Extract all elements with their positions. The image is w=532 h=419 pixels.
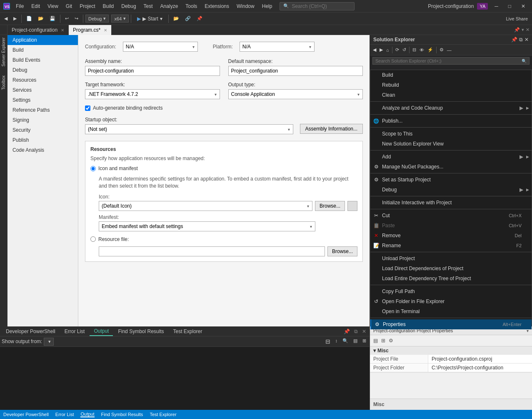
se-close-icon[interactable]: ✕ [525,37,529,43]
menu-build[interactable]: Build [100,2,117,11]
ctx-publish[interactable]: 🌐 Publish... [370,116,532,126]
ctx-analyze[interactable]: Analyze and Code Cleanup ▶ [370,103,532,113]
tab-close-program[interactable]: ✕ [104,28,107,33]
icon-manifest-radio[interactable] [90,166,96,171]
toolbar-liveshare[interactable]: 🔗 [182,15,193,23]
bottom-close[interactable]: ✕ [360,329,368,334]
ctx-startup[interactable]: ⚙ Set as Startup Project [370,175,532,185]
se-toolbar-sync[interactable]: ⟳ [394,46,400,53]
output-clear[interactable]: ⊟ [324,337,332,346]
se-search[interactable]: 🔍 [372,57,530,65]
toolbar-pin[interactable]: 📌 [194,15,205,23]
config-dropdown[interactable]: Debug ▾ [85,15,109,23]
resource-file-input[interactable] [99,246,325,256]
output-grid[interactable]: ▤ [352,337,359,346]
nav-services[interactable]: Services [7,85,78,95]
menu-debug[interactable]: Debug [118,2,139,11]
status-powershell[interactable]: Developer PowerShell [3,412,49,417]
nav-build-events[interactable]: Build Events [7,55,78,65]
ctx-interactive[interactable]: Initialize Interactive with Project [370,198,532,208]
output-word-wrap[interactable]: ↕ [334,337,340,346]
server-explorer-tab[interactable]: Server Explorer [0,35,7,69]
se-float-icon[interactable]: ⧉ [519,37,523,43]
ctx-build[interactable]: Build [370,70,532,80]
minimize-btn[interactable]: ─ [491,3,502,9]
ctx-paste[interactable]: 📋 Paste Ctrl+V [370,221,532,231]
nav-settings[interactable]: Settings [7,95,78,105]
tab-powershell[interactable]: Developer PowerShell [2,327,60,336]
ctx-rename[interactable]: 📝 Rename F2 [370,241,532,251]
menu-analyze[interactable]: Analyze [157,2,182,11]
default-namespace-input[interactable] [228,66,363,76]
tab-project-config[interactable]: Project-configuration ✕ [7,25,69,35]
ctx-debug[interactable]: Debug ▶ [370,185,532,195]
status-find-symbol[interactable]: Find Symbol Results [101,412,143,417]
tab-pin[interactable]: 📌 [514,27,520,33]
nav-debug[interactable]: Debug [7,65,78,75]
nav-security[interactable]: Security [7,125,78,135]
nav-code-analysis[interactable]: Code Analysis [7,145,78,155]
toolbar-save-all[interactable]: 💾 [47,15,58,23]
se-toolbar-filter[interactable]: ⚡ [426,46,435,53]
nav-application[interactable]: Application [7,35,78,45]
platform-select[interactable]: N/A [240,42,315,52]
ctx-load-direct[interactable]: Load Direct Dependencies of Project [370,263,532,273]
tab-close-all[interactable]: ✕ [526,27,530,33]
ctx-rebuild[interactable]: Rebuild [370,80,532,90]
ctx-nuget[interactable]: ⚙ Manage NuGet Packages... [370,162,532,172]
se-toolbar-refresh[interactable]: ↺ [401,46,407,53]
platform-dropdown[interactable]: x64 ▾ [111,15,129,23]
tab-error-list[interactable]: Error List [60,327,89,336]
nav-signing[interactable]: Signing [7,115,78,125]
menu-tools[interactable]: Tools [182,2,200,11]
target-framework-select[interactable]: .NET Framework 4.7.2 [85,89,220,99]
menu-file[interactable]: File [12,2,27,11]
start-button[interactable]: ▶ ▶ Start ▾ [133,15,166,23]
toolbar-folder[interactable]: 📂 [171,15,182,23]
tab-output[interactable]: Output [90,327,113,336]
ctx-cut[interactable]: ✂ Cut Ctrl+X [370,211,532,221]
se-search-input[interactable] [375,58,520,63]
props-categorized[interactable]: ▤ [372,337,379,344]
close-btn[interactable]: ✕ [518,3,529,9]
ctx-add[interactable]: Add ▶ [370,152,532,162]
toolbar-open[interactable]: 📂 [35,15,46,23]
output-type-select[interactable]: Console Application [228,89,363,99]
menu-git[interactable]: Git [62,2,75,11]
startup-object-select[interactable]: (Not set) [85,124,293,134]
toolbar-undo[interactable]: ↩ [62,15,71,23]
ctx-load-tree[interactable]: Load Entire Dependency Tree of Project [370,273,532,284]
nav-build[interactable]: Build [7,45,78,55]
props-properties[interactable]: ⚙ [388,337,394,344]
toolbar-forward[interactable]: ▶ [11,15,19,23]
tab-test-explorer[interactable]: Test Explorer [169,327,207,336]
bottom-pin[interactable]: 📌 [342,329,352,334]
status-output[interactable]: Output [80,411,94,417]
se-toolbar-show-all[interactable]: 👁 [418,47,425,53]
icon-browse-button[interactable]: Browse... [315,201,345,211]
live-share-label[interactable]: Live Share [503,15,530,23]
toolbar-redo[interactable]: ↪ [72,15,81,23]
nav-reference-paths[interactable]: Reference Paths [7,105,78,115]
ctx-unload[interactable]: Unload Project [370,253,532,263]
tab-chevron[interactable]: ▾ [522,27,524,33]
resource-file-browse[interactable]: Browse... [327,246,357,256]
status-error-list[interactable]: Error List [55,412,74,417]
ctx-clean[interactable]: Clean [370,90,532,100]
props-section-collapse[interactable]: ▾ [373,348,376,354]
se-toolbar-preview[interactable]: ⚙ [438,46,445,53]
bottom-float[interactable]: ⧉ [352,329,360,334]
ctx-copy-path[interactable]: Copy Full Path [370,286,532,296]
status-test-explorer[interactable]: Test Explorer [150,412,176,417]
output-expand[interactable]: ⊞ [361,337,368,346]
se-toolbar-home[interactable]: ⌂ [385,47,390,53]
nav-resources[interactable]: Resources [7,75,78,85]
assembly-info-button[interactable]: Assembly Information... [300,124,363,134]
nav-publish[interactable]: Publish [7,135,78,145]
ctx-open-folder[interactable]: ↺ Open Folder in File Explorer [370,296,532,306]
search-box[interactable]: 🔍 [280,2,355,10]
tab-find-symbol[interactable]: Find Symbol Results [114,327,168,336]
auto-generate-checkbox[interactable] [85,105,90,111]
ctx-properties[interactable]: ⚙ Properties Alt+Enter [370,319,532,329]
menu-project[interactable]: Project [76,2,98,11]
